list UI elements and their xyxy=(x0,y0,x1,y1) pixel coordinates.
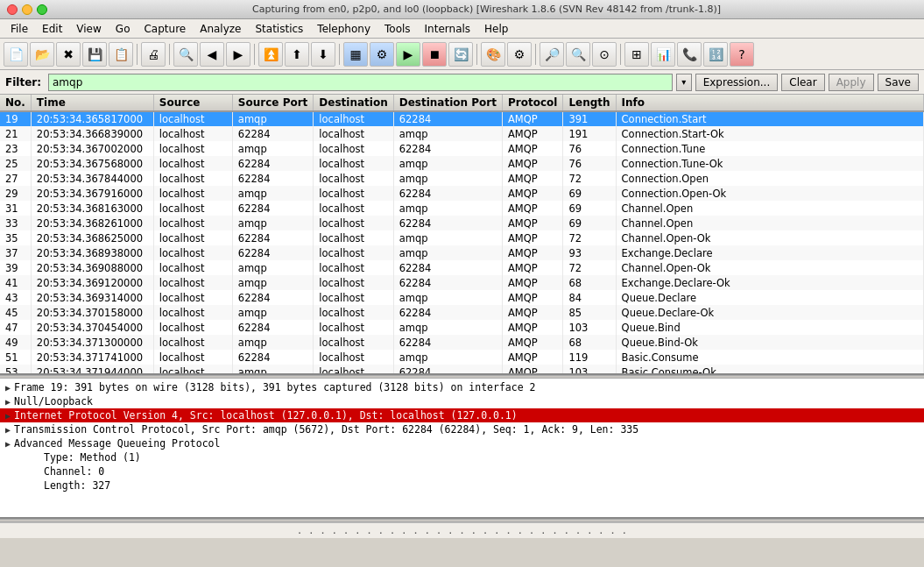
prev-button[interactable]: ◀ xyxy=(200,42,224,67)
detail-row[interactable]: ▶Frame 19: 391 bytes on wire (3128 bits)… xyxy=(0,380,924,394)
zoom-in-button[interactable]: 🔎 xyxy=(540,42,564,67)
detail-row[interactable]: Channel: 0 xyxy=(0,464,924,478)
next-button[interactable]: ▶ xyxy=(226,42,250,67)
expand-arrow-icon[interactable]: ▶ xyxy=(5,439,11,449)
close-capture-button[interactable]: ✖ xyxy=(56,42,81,67)
minimize-button[interactable] xyxy=(22,4,32,15)
find-button[interactable]: 🔍 xyxy=(173,42,198,67)
menu-view[interactable]: View xyxy=(69,21,108,37)
table-row[interactable]: 5120:53:34.371741000localhost62284localh… xyxy=(0,350,924,365)
table-cell: localhost xyxy=(153,260,232,275)
clear-button[interactable]: Clear xyxy=(781,74,824,91)
print-button[interactable]: 🖨 xyxy=(141,42,166,67)
expand-arrow-icon[interactable]: ▶ xyxy=(5,411,11,421)
table-row[interactable]: 3720:53:34.368938000localhost62284localh… xyxy=(0,245,924,260)
table-row[interactable]: 3520:53:34.368625000localhost62284localh… xyxy=(0,230,924,245)
expand-arrow-icon[interactable]: ▶ xyxy=(5,397,11,407)
table-row[interactable]: 3120:53:34.368163000localhost62284localh… xyxy=(0,201,924,216)
col-header-info[interactable]: Info xyxy=(616,95,923,111)
detail-row[interactable]: ▶Null/Loopback xyxy=(0,394,924,408)
table-row[interactable]: 2720:53:34.367844000localhost62284localh… xyxy=(0,171,924,186)
table-cell: Exchange.Declare xyxy=(616,245,923,260)
menu-go[interactable]: Go xyxy=(109,21,138,37)
col-header-protocol[interactable]: Protocol xyxy=(502,95,562,111)
close-button[interactable] xyxy=(7,4,18,15)
table-row[interactable]: 4320:53:34.369314000localhost62284localh… xyxy=(0,290,924,305)
menu-analyze[interactable]: Analyze xyxy=(193,21,248,37)
save-as-button[interactable]: 📋 xyxy=(109,42,133,67)
table-row[interactable]: 2120:53:34.366839000localhost62284localh… xyxy=(0,126,924,141)
expression-button[interactable]: Expression... xyxy=(695,74,779,91)
col-header-destination[interactable]: Destination xyxy=(314,95,393,111)
decode-as-button[interactable]: 🔢 xyxy=(703,42,728,67)
table-row[interactable]: 1920:53:34.365817000localhostamqplocalho… xyxy=(0,111,924,126)
table-row[interactable]: 2320:53:34.367002000localhostamqplocalho… xyxy=(0,141,924,156)
table-cell: 103 xyxy=(563,365,616,375)
first-button[interactable]: ⬆ xyxy=(285,42,309,67)
table-cell: amqp xyxy=(232,141,313,156)
graph-button[interactable]: 📊 xyxy=(651,42,675,67)
menu-internals[interactable]: Internals xyxy=(418,21,478,37)
detail-row[interactable]: Length: 327 xyxy=(0,478,924,493)
table-cell: Connection.Start xyxy=(616,111,923,126)
menu-help[interactable]: Help xyxy=(477,21,515,37)
col-header-no[interactable]: No. xyxy=(0,95,31,111)
stop-capture-button[interactable]: ⏹ xyxy=(422,42,447,67)
open-button[interactable]: 📂 xyxy=(30,42,54,67)
table-row[interactable]: 4720:53:34.370454000localhost62284localh… xyxy=(0,320,924,335)
detail-row[interactable]: Type: Method (1) xyxy=(0,450,924,464)
table-row[interactable]: 5320:53:34.371944000localhostamqplocalho… xyxy=(0,365,924,375)
filter-dropdown-button[interactable]: ▾ xyxy=(676,74,692,91)
table-row[interactable]: 2920:53:34.367916000localhostamqplocalho… xyxy=(0,186,924,201)
detail-row[interactable]: ▶Advanced Message Queueing Protocol xyxy=(0,436,924,450)
zoom-reset-button[interactable]: ⊙ xyxy=(592,42,617,67)
table-cell: localhost xyxy=(314,305,393,320)
col-header-source[interactable]: Source xyxy=(153,95,232,111)
go-to-button[interactable]: ⏫ xyxy=(258,42,283,67)
filter-input[interactable] xyxy=(48,74,673,91)
col-header-time[interactable]: Time xyxy=(31,95,153,111)
detail-row[interactable]: ▶Internet Protocol Version 4, Src: local… xyxy=(0,408,924,422)
table-cell: 62284 xyxy=(393,186,502,201)
last-button[interactable]: ⬇ xyxy=(311,42,335,67)
voip-button[interactable]: 📞 xyxy=(677,42,702,67)
menu-telephony[interactable]: Telephony xyxy=(310,21,377,37)
table-cell: localhost xyxy=(314,216,393,230)
menu-capture[interactable]: Capture xyxy=(137,21,193,37)
capture-list-button[interactable]: ▦ xyxy=(343,42,368,67)
col-header-length[interactable]: Length xyxy=(563,95,616,111)
table-cell: Basic.Consume xyxy=(616,350,923,365)
detail-text: Length: 327 xyxy=(44,479,110,492)
color-rules-button[interactable]: 🎨 xyxy=(481,42,505,67)
table-row[interactable]: 4920:53:34.371300000localhostamqplocalho… xyxy=(0,335,924,350)
table-cell: amqp xyxy=(393,171,502,186)
menu-file[interactable]: File xyxy=(4,21,35,37)
table-row[interactable]: 2520:53:34.367568000localhost62284localh… xyxy=(0,156,924,171)
expand-arrow-icon[interactable]: ▶ xyxy=(5,383,11,393)
menu-edit[interactable]: Edit xyxy=(35,21,69,37)
start-capture-button[interactable]: ▶ xyxy=(396,42,420,67)
col-header-dstport[interactable]: Destination Port xyxy=(393,95,502,111)
table-row[interactable]: 3320:53:34.368261000localhostamqplocalho… xyxy=(0,216,924,230)
zoom-out-button[interactable]: 🔍 xyxy=(566,42,590,67)
table-row[interactable]: 4120:53:34.369120000localhostamqplocalho… xyxy=(0,275,924,290)
save-filter-button[interactable]: Save xyxy=(878,74,919,91)
table-row[interactable]: 3920:53:34.369088000localhostamqplocalho… xyxy=(0,260,924,275)
detail-row[interactable]: ▶Transmission Control Protocol, Src Port… xyxy=(0,422,924,436)
menu-tools[interactable]: Tools xyxy=(377,21,418,37)
menu-statistics[interactable]: Statistics xyxy=(248,21,310,37)
save-button[interactable]: 💾 xyxy=(82,42,107,67)
resize-columns-button[interactable]: ⊞ xyxy=(624,42,649,67)
table-row[interactable]: 4520:53:34.370158000localhostamqplocalho… xyxy=(0,305,924,320)
help-button[interactable]: ? xyxy=(730,42,754,67)
table-cell: Connection.Start-Ok xyxy=(616,126,923,141)
prefs-button[interactable]: ⚙ xyxy=(507,42,532,67)
restart-capture-button[interactable]: 🔄 xyxy=(448,42,473,67)
new-capture-button[interactable]: 📄 xyxy=(4,42,28,67)
expand-arrow-icon[interactable]: ▶ xyxy=(5,425,11,435)
maximize-button[interactable] xyxy=(37,4,47,15)
capture-options-button[interactable]: ⚙ xyxy=(370,42,394,67)
col-header-srcport[interactable]: Source Port xyxy=(232,95,313,111)
table-cell: 49 xyxy=(0,335,31,350)
apply-button[interactable]: Apply xyxy=(829,74,874,91)
